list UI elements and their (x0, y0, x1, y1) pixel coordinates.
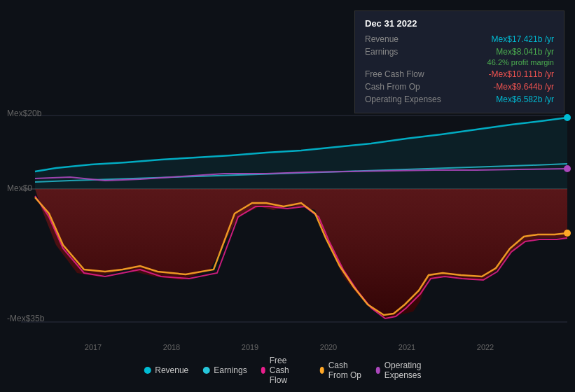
tooltip-label-fcf: Free Cash Flow (365, 69, 456, 79)
tooltip-date: Dec 31 2022 (365, 18, 554, 29)
tooltip-value-opex: Mex$6.582b /yr (496, 94, 554, 104)
legend-dot-cashop (320, 367, 324, 374)
x-label-2020: 2020 (320, 343, 337, 351)
legend-label-cashop: Cash From Op (328, 360, 362, 380)
tooltip-label-opex: Operating Expenses (365, 94, 456, 104)
legend-item-opex[interactable]: Operating Expenses (376, 360, 431, 380)
x-label-2019: 2019 (242, 343, 258, 351)
tooltip-value-cashop: -Mex$9.644b /yr (493, 82, 554, 92)
legend-dot-earnings (202, 367, 209, 374)
legend-label-opex: Operating Expenses (385, 360, 431, 380)
legend-dot-fcf (261, 367, 265, 374)
tooltip-value-revenue: Mex$17.421b /yr (492, 34, 554, 44)
legend-item-earnings[interactable]: Earnings (202, 365, 247, 375)
legend-item-fcf[interactable]: Free Cash Flow (261, 356, 306, 385)
legend-dot-opex (376, 367, 380, 374)
tooltip-panel: Dec 31 2022 Revenue Mex$17.421b /yr Earn… (354, 10, 564, 113)
legend-label-revenue: Revenue (155, 365, 188, 375)
y-label-bottom: -Mex$35b (7, 314, 44, 323)
y-label-middle: Mex$0 (7, 183, 32, 193)
legend-label-earnings: Earnings (214, 365, 247, 375)
tooltip-value-fcf: -Mex$10.111b /yr (489, 69, 554, 79)
x-label-2022: 2022 (477, 343, 494, 351)
tooltip-row-cashop: Cash From Op -Mex$9.644b /yr (365, 80, 554, 93)
tooltip-row-revenue: Revenue Mex$17.421b /yr (365, 33, 554, 46)
svg-point-5 (564, 114, 571, 121)
legend-item-cashop[interactable]: Cash From Op (320, 360, 362, 380)
x-label-2021: 2021 (399, 343, 415, 351)
svg-point-7 (564, 230, 571, 237)
x-label-2017: 2017 (85, 343, 102, 351)
legend-dot-revenue (144, 367, 151, 374)
legend-label-fcf: Free Cash Flow (270, 356, 306, 385)
svg-point-6 (564, 165, 571, 172)
x-label-2018: 2018 (163, 343, 180, 351)
tooltip-row-earnings: Earnings Mex$8.041b /yr (365, 46, 554, 58)
tooltip-value-earnings: Mex$8.041b /yr (496, 47, 554, 57)
tooltip-label-revenue: Revenue (365, 34, 456, 44)
tooltip-label-earnings: Earnings (365, 47, 456, 57)
tooltip-profit-margin: 46.2% profit margin (365, 58, 554, 68)
chart-container: Mex$20b Mex$0 -Mex$35b 2017 2018 2019 20… (0, 0, 575, 392)
tooltip-profit-margin-value: 46.2% profit margin (487, 58, 554, 66)
y-label-top: Mex$20b (7, 108, 41, 118)
chart-legend: Revenue Earnings Free Cash Flow Cash Fro… (144, 356, 431, 385)
tooltip-row-opex: Operating Expenses Mex$6.582b /yr (365, 93, 554, 106)
tooltip-row-fcf: Free Cash Flow -Mex$10.111b /yr (365, 68, 554, 80)
tooltip-label-cashop: Cash From Op (365, 82, 456, 92)
legend-item-revenue[interactable]: Revenue (144, 365, 188, 375)
